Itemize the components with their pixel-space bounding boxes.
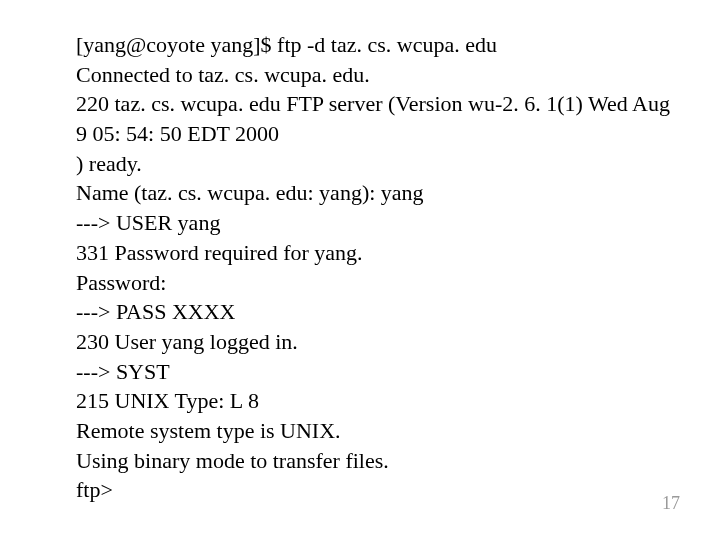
- terminal-line: ---> PASS XXXX: [76, 297, 676, 327]
- terminal-line: ---> USER yang: [76, 208, 676, 238]
- terminal-line: 331 Password required for yang.: [76, 238, 676, 268]
- terminal-line: ---> SYST: [76, 357, 676, 387]
- terminal-line: [yang@coyote yang]$ ftp -d taz. cs. wcup…: [76, 30, 676, 60]
- terminal-transcript: [yang@coyote yang]$ ftp -d taz. cs. wcup…: [76, 30, 676, 505]
- terminal-line: 220 taz. cs. wcupa. edu FTP server (Vers…: [76, 89, 676, 148]
- terminal-line: 215 UNIX Type: L 8: [76, 386, 676, 416]
- terminal-line: ) ready.: [76, 149, 676, 179]
- terminal-line: Connected to taz. cs. wcupa. edu.: [76, 60, 676, 90]
- terminal-line: Remote system type is UNIX.: [76, 416, 676, 446]
- terminal-line: Using binary mode to transfer files.: [76, 446, 676, 476]
- terminal-line: Name (taz. cs. wcupa. edu: yang): yang: [76, 178, 676, 208]
- page-number: 17: [662, 493, 680, 514]
- slide-page: [yang@coyote yang]$ ftp -d taz. cs. wcup…: [0, 0, 720, 540]
- terminal-line: Password:: [76, 268, 676, 298]
- terminal-line: ftp>: [76, 475, 676, 505]
- terminal-line: 230 User yang logged in.: [76, 327, 676, 357]
